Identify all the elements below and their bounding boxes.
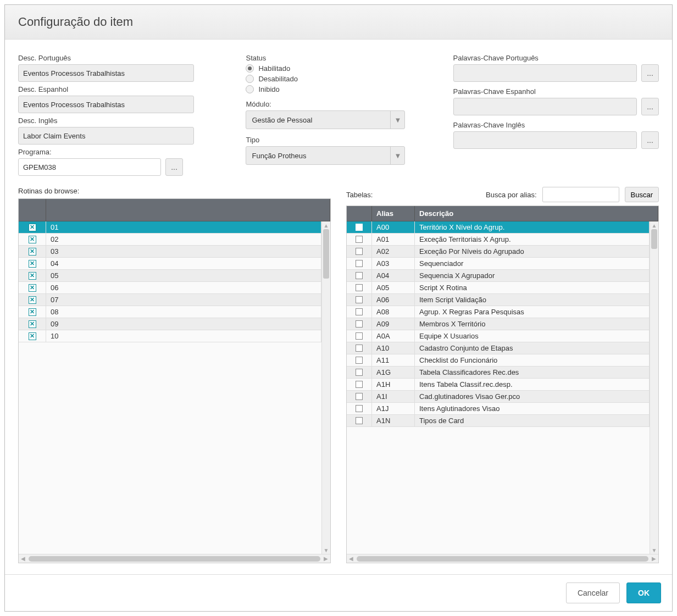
tabelas-row-check[interactable]	[347, 246, 372, 257]
rotinas-row-number: 05	[46, 270, 321, 281]
tabelas-row-check[interactable]	[347, 379, 372, 390]
tabelas-row-check[interactable]	[347, 282, 372, 293]
tabelas-row-check[interactable]	[347, 234, 372, 245]
programa-lookup-button[interactable]: ...	[165, 158, 183, 176]
rotinas-row-check[interactable]: ✕	[19, 270, 46, 281]
input-programa[interactable]	[18, 158, 161, 176]
radio-icon	[246, 85, 254, 93]
rotinas-row-check[interactable]: ✕	[19, 306, 46, 318]
tabelas-row-check[interactable]	[347, 354, 372, 366]
tabelas-row[interactable]: A11Checklist do Funcionário	[347, 354, 650, 367]
tabelas-row[interactable]: A1JItens Aglutinadores Visao	[347, 403, 650, 415]
tabelas-row-desc: Território X Nível do Agrup.	[415, 221, 650, 233]
rotinas-vscroll[interactable]: ▲ ▼	[321, 221, 330, 554]
rotinas-row-check[interactable]: ✕	[19, 258, 46, 269]
rotinas-hscroll[interactable]: ◀ ▶	[19, 554, 330, 563]
input-busca-alias[interactable]	[542, 187, 619, 202]
rotinas-row-check[interactable]: ✕	[19, 318, 46, 330]
select-tipo[interactable]: Função Protheus ▼	[246, 146, 405, 165]
rotinas-row[interactable]: ✕10	[19, 330, 321, 342]
tabelas-row-check[interactable]	[347, 318, 372, 330]
rotinas-row[interactable]: ✕01	[19, 221, 321, 234]
rotinas-grid: ✕01✕02✕03✕04✕05✕06✕07✕08✕09✕10 ▲ ▼ ◀ ▶	[18, 198, 331, 563]
tabelas-row[interactable]: A04Sequencia X Agrupador	[347, 270, 650, 282]
kw-en-lookup-button[interactable]: ...	[641, 131, 659, 149]
checkbox-icon	[356, 405, 363, 412]
radio-status-habilitado[interactable]: Habilitado	[246, 64, 431, 73]
radio-status-desabilitado[interactable]: Desabilitado	[246, 75, 431, 83]
tabelas-row[interactable]: A02Exceção Por Níveis do Agrupado	[347, 246, 650, 258]
tabelas-row-check[interactable]	[347, 258, 372, 269]
rotinas-row-check[interactable]: ✕	[19, 294, 46, 306]
checkbox-x-icon: ✕	[29, 320, 36, 328]
tabelas-hscroll[interactable]: ◀ ▶	[347, 554, 658, 563]
tabelas-row-check[interactable]	[347, 306, 372, 318]
scroll-thumb[interactable]	[651, 229, 657, 249]
tabelas-row-check[interactable]	[347, 403, 372, 414]
tabelas-row-check[interactable]	[347, 221, 372, 233]
tabelas-row-alias: A1I	[372, 391, 415, 402]
tabelas-row[interactable]: A1GTabela Classificadores Rec.des	[347, 367, 650, 379]
kw-es-lookup-button[interactable]: ...	[641, 98, 659, 115]
scroll-thumb[interactable]	[357, 556, 648, 562]
rotinas-row[interactable]: ✕09	[19, 318, 321, 330]
tabelas-row[interactable]: A1HItens Tabela Classif.rec.desp.	[347, 379, 650, 391]
tabelas-head-desc: Descrição	[415, 206, 658, 221]
rotinas-row[interactable]: ✕05	[19, 270, 321, 282]
checkbox-icon	[356, 357, 363, 364]
rotinas-row-check[interactable]: ✕	[19, 221, 46, 233]
rotinas-row-check[interactable]: ✕	[19, 234, 46, 245]
input-desc-en[interactable]	[18, 127, 194, 145]
tabelas-row[interactable]: A1ICad.glutinadores Visao Ger.pco	[347, 391, 650, 403]
scroll-thumb[interactable]	[29, 556, 320, 562]
input-kw-pt[interactable]	[453, 64, 637, 82]
scroll-left-icon: ◀	[349, 556, 353, 562]
rotinas-title: Rotinas do browse:	[18, 187, 79, 195]
tabelas-row[interactable]: A00Território X Nível do Agrup.	[347, 221, 650, 234]
rotinas-row[interactable]: ✕04	[19, 258, 321, 270]
tabelas-row-check[interactable]	[347, 294, 372, 306]
tabelas-row-check[interactable]	[347, 367, 372, 378]
tabelas-row-check[interactable]	[347, 391, 372, 402]
tabelas-row-desc: Itens Tabela Classif.rec.desp.	[415, 379, 650, 390]
tabelas-row[interactable]: A03Sequenciador	[347, 258, 650, 270]
select-tipo-value: Função Protheus	[252, 152, 306, 160]
rotinas-row[interactable]: ✕06	[19, 282, 321, 294]
tabelas-row[interactable]: A0AEquipe X Usuarios	[347, 330, 650, 342]
rotinas-row[interactable]: ✕03	[19, 246, 321, 258]
input-kw-en[interactable]	[453, 131, 637, 149]
input-desc-pt[interactable]	[18, 64, 194, 82]
cancel-button[interactable]: Cancelar	[566, 582, 620, 603]
tabelas-row-check[interactable]	[347, 270, 372, 281]
chevron-down-icon: ▼	[390, 111, 404, 129]
radio-status-inibido[interactable]: Inibido	[246, 85, 431, 93]
input-kw-es[interactable]	[453, 98, 637, 115]
tabelas-row[interactable]: A05Script X Rotina	[347, 282, 650, 294]
scroll-thumb[interactable]	[323, 229, 329, 279]
rotinas-row-check[interactable]: ✕	[19, 246, 46, 257]
checkbox-x-icon: ✕	[29, 248, 36, 256]
tabelas-row[interactable]: A08Agrup. X Regras Para Pesquisas	[347, 306, 650, 318]
tabelas-row-check[interactable]	[347, 330, 372, 342]
ok-button[interactable]: OK	[626, 582, 661, 603]
input-desc-es[interactable]	[18, 96, 194, 113]
buscar-button[interactable]: Buscar	[625, 187, 659, 202]
rotinas-row-number: 06	[46, 282, 321, 293]
rotinas-row-check[interactable]: ✕	[19, 330, 46, 342]
rotinas-row[interactable]: ✕07	[19, 294, 321, 306]
tabelas-row-check[interactable]	[347, 342, 372, 354]
kw-pt-lookup-button[interactable]: ...	[641, 64, 659, 82]
tabelas-row[interactable]: A10Cadastro Conjunto de Etapas	[347, 342, 650, 354]
rotinas-row[interactable]: ✕08	[19, 306, 321, 318]
tabelas-row[interactable]: A06Item Script Validação	[347, 294, 650, 306]
tabelas-vscroll[interactable]: ▲ ▼	[650, 221, 658, 554]
tabelas-row[interactable]: A01Exceção Territoriais X Agrup.	[347, 234, 650, 246]
tabelas-row-check[interactable]	[347, 415, 372, 426]
select-modulo[interactable]: Gestão de Pessoal ▼	[246, 110, 405, 129]
label-kw-pt: Palavras-Chave Português	[453, 54, 659, 62]
radio-label: Habilitado	[258, 64, 290, 73]
tabelas-row[interactable]: A1NTipos de Card	[347, 415, 650, 427]
tabelas-row[interactable]: A09Membros X Território	[347, 318, 650, 330]
rotinas-row[interactable]: ✕02	[19, 234, 321, 246]
rotinas-row-check[interactable]: ✕	[19, 282, 46, 293]
